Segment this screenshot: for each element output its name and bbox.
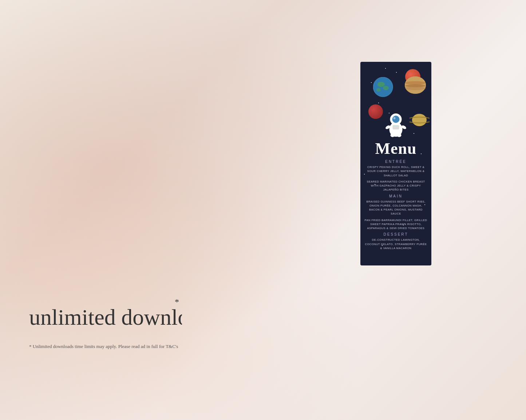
planet-red-mid <box>368 104 383 119</box>
menu-card: Menu ENTRÉE CRISPY PEKING DUCK ROLL, SWE… <box>360 62 431 265</box>
svg-point-3 <box>377 82 385 87</box>
svg-text:*: * <box>175 297 179 307</box>
planet-jupiter <box>405 76 426 94</box>
unlimited-section: unlimited downloads * * Unlimited downlo… <box>11 294 266 350</box>
svg-point-13 <box>392 116 399 123</box>
right-panel-top: Menu ENTRÉE CRISPY PEKING DUCK ROLL, SWE… <box>360 58 431 265</box>
asterisk-note: * Unlimited downloads time limits may ap… <box>25 344 266 349</box>
space-illustration <box>364 66 428 139</box>
planet-earth <box>373 77 393 97</box>
unlimited-text: unlimited downloads * <box>25 297 266 339</box>
svg-text:unlimited downloads: unlimited downloads <box>29 305 182 329</box>
planet-saturn <box>410 112 430 130</box>
svg-point-5 <box>376 88 381 92</box>
svg-rect-19 <box>392 125 399 129</box>
svg-point-18 <box>397 133 401 137</box>
svg-point-20 <box>412 114 427 126</box>
unlimited-svg: unlimited downloads * <box>25 297 182 334</box>
svg-point-10 <box>405 87 426 90</box>
astronaut <box>382 108 410 139</box>
svg-point-17 <box>390 133 395 137</box>
svg-point-4 <box>383 86 389 90</box>
svg-point-8 <box>405 81 426 85</box>
svg-point-14 <box>393 117 395 119</box>
